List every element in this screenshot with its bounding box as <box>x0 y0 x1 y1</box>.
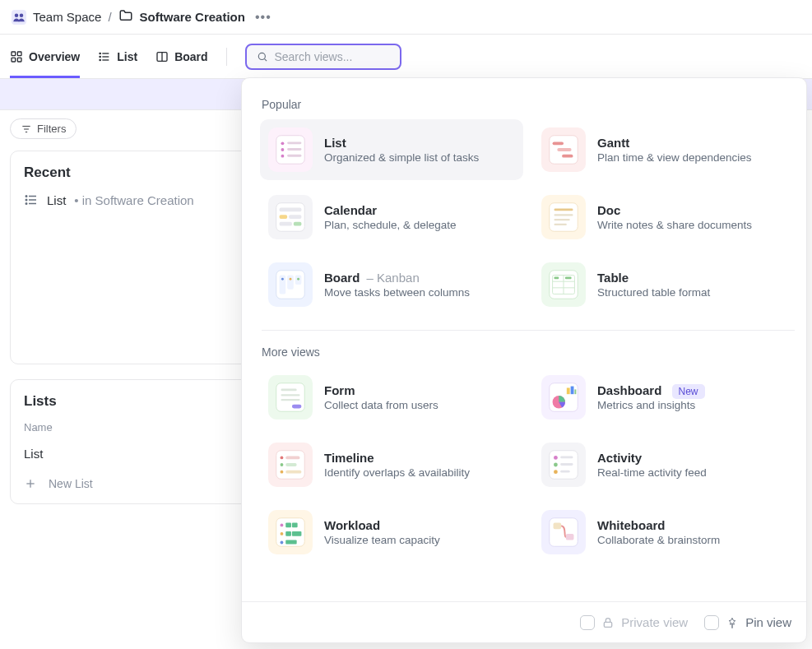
checkbox-icon <box>580 615 595 630</box>
pin-icon <box>726 616 739 629</box>
recent-item-name: List <box>47 193 66 207</box>
search-views[interactable] <box>245 44 401 70</box>
svg-rect-43 <box>294 222 302 226</box>
view-option-form[interactable]: Form Collect data from users <box>260 367 523 428</box>
view-option-gantt-desc: Plan time & view dependencies <box>597 151 752 164</box>
svg-point-0 <box>15 13 19 17</box>
tab-board-label: Board <box>174 50 207 63</box>
svg-point-91 <box>281 532 284 535</box>
svg-point-23 <box>26 199 27 201</box>
svg-point-74 <box>281 456 284 459</box>
svg-rect-35 <box>553 141 564 145</box>
whiteboard-view-icon <box>541 510 586 554</box>
pin-view-toggle[interactable]: Pin view <box>704 615 791 630</box>
pin-view-label: Pin view <box>745 615 791 629</box>
view-option-gantt-title: Gantt <box>597 136 629 150</box>
view-option-list[interactable]: List Organized & simple list of tasks <box>260 119 523 180</box>
svg-rect-99 <box>605 622 612 627</box>
view-tabs: Overview List Board <box>0 35 812 79</box>
svg-point-24 <box>26 203 27 205</box>
view-option-whiteboard[interactable]: Whiteboard Collaborate & brainstorm <box>533 502 796 563</box>
view-option-table[interactable]: Table Structured table format <box>533 254 796 315</box>
view-option-activity-title: Activity <box>597 451 642 465</box>
breadcrumb-more-icon[interactable]: ••• <box>252 10 275 25</box>
svg-rect-97 <box>554 523 562 530</box>
view-option-dashboard[interactable]: Dashboard New Metrics and insights <box>533 367 796 428</box>
filters-button[interactable]: Filters <box>10 118 77 139</box>
recent-item-context: • in Software Creation <box>74 193 193 207</box>
board-view-icon <box>268 262 313 307</box>
svg-point-88 <box>281 523 284 526</box>
tab-list[interactable]: List <box>98 35 137 78</box>
views-dropdown-scroll[interactable]: Popular List Organized & simple list of … <box>242 78 806 601</box>
plus-icon <box>24 477 37 490</box>
panel-footer: Private view Pin view <box>242 601 806 642</box>
calendar-view-icon <box>268 195 313 239</box>
view-option-timeline[interactable]: Timeline Identify overlaps & availabilit… <box>260 434 523 495</box>
view-option-whiteboard-desc: Collaborate & brainstorm <box>597 534 720 546</box>
view-option-list-title: List <box>324 136 346 150</box>
view-option-board[interactable]: Board – Kanban Move tasks between column… <box>260 254 523 315</box>
search-input[interactable] <box>274 50 389 63</box>
svg-rect-5 <box>17 58 21 62</box>
view-option-timeline-title: Timeline <box>324 451 374 465</box>
tab-board[interactable]: Board <box>155 35 207 78</box>
svg-rect-29 <box>287 141 301 144</box>
svg-point-32 <box>281 155 285 158</box>
svg-rect-41 <box>289 215 301 219</box>
svg-point-14 <box>258 53 265 59</box>
view-option-workload[interactable]: Workload Visualize team capacity <box>260 502 523 563</box>
view-option-table-desc: Structured table format <box>597 286 710 299</box>
svg-rect-66 <box>281 399 300 401</box>
svg-rect-62 <box>565 276 572 279</box>
timeline-view-icon <box>268 443 313 487</box>
breadcrumb: Team Space / Software Creation ••• <box>0 0 812 35</box>
svg-point-22 <box>26 196 27 197</box>
svg-rect-67 <box>292 405 302 409</box>
svg-rect-70 <box>567 388 570 395</box>
new-badge: New <box>672 384 705 399</box>
svg-rect-95 <box>285 540 296 545</box>
list-view-icon <box>268 127 313 172</box>
breadcrumb-folder[interactable]: Software Creation <box>140 10 245 24</box>
svg-rect-75 <box>285 456 299 459</box>
view-option-doc-title: Doc <box>597 203 620 217</box>
view-option-gantt[interactable]: Gantt Plan time & view dependencies <box>533 119 796 180</box>
view-option-doc[interactable]: Doc Write notes & share documents <box>533 187 796 248</box>
private-view-toggle[interactable]: Private view <box>580 615 688 630</box>
svg-rect-93 <box>292 531 302 536</box>
svg-rect-31 <box>287 148 301 151</box>
svg-rect-45 <box>554 208 573 211</box>
view-option-activity[interactable]: Activity Real-time activity feed <box>533 434 796 495</box>
view-option-timeline-desc: Identify overlaps & availability <box>324 466 470 479</box>
view-option-calendar[interactable]: Calendar Plan, schedule, & delegate <box>260 187 523 248</box>
tab-overview[interactable]: Overview <box>10 35 80 78</box>
svg-rect-89 <box>285 523 291 528</box>
svg-rect-92 <box>285 531 291 536</box>
svg-point-1 <box>20 13 24 17</box>
svg-point-55 <box>297 278 299 280</box>
view-option-table-title: Table <box>597 271 629 285</box>
filter-icon <box>21 123 32 135</box>
view-option-workload-desc: Visualize team capacity <box>324 534 440 546</box>
svg-rect-51 <box>287 276 294 290</box>
breadcrumb-sep: / <box>108 10 111 24</box>
view-option-workload-title: Workload <box>324 518 380 532</box>
svg-rect-36 <box>557 148 571 151</box>
svg-rect-98 <box>566 534 574 540</box>
private-view-label: Private view <box>621 615 688 629</box>
view-option-calendar-desc: Plan, schedule, & delegate <box>324 219 457 231</box>
svg-rect-40 <box>280 215 288 219</box>
breadcrumb-workspace[interactable]: Team Space <box>33 10 101 24</box>
view-option-board-suffix: – Kanban <box>367 271 420 285</box>
view-option-form-title: Form <box>324 383 355 397</box>
checkbox-icon <box>704 615 719 630</box>
lock-icon <box>601 616 615 629</box>
view-option-doc-desc: Write notes & share documents <box>597 219 752 231</box>
view-option-form-desc: Collect data from users <box>324 399 438 411</box>
dashboard-view-icon <box>541 375 586 420</box>
svg-point-85 <box>554 470 558 474</box>
svg-rect-71 <box>571 387 574 395</box>
tab-divider <box>226 48 227 66</box>
svg-rect-2 <box>12 52 16 56</box>
